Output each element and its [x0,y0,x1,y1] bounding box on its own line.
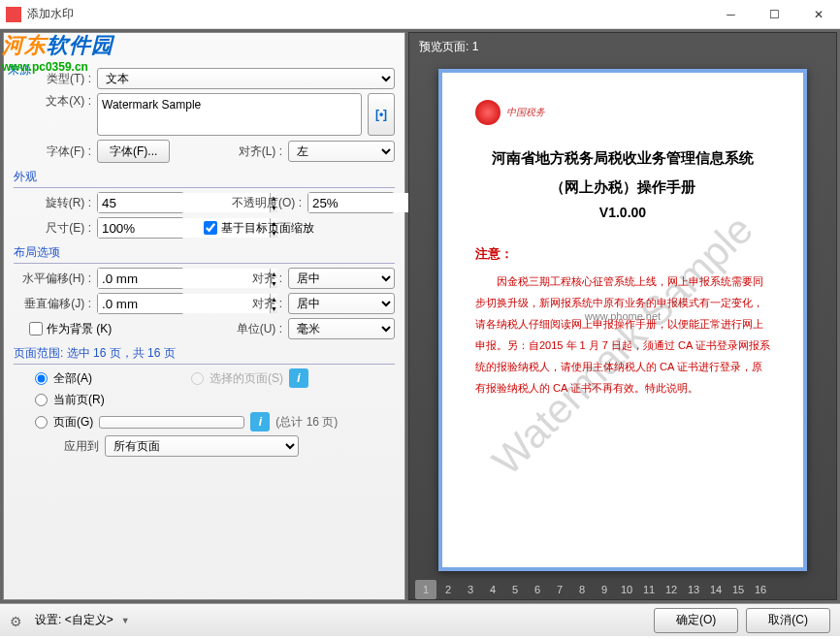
thumb-page[interactable]: 10 [616,580,637,599]
hoffset-label: 水平偏移(H) : [14,271,91,287]
font-label: 字体(F) : [14,144,91,160]
thumb-page[interactable]: 15 [727,580,749,599]
thumb-page[interactable]: 11 [638,580,660,599]
thumb-page[interactable]: 9 [594,580,615,599]
window-title: 添加水印 [27,6,709,22]
size-label: 尺寸(E) : [14,220,91,237]
pages-input[interactable] [99,416,244,429]
settings-preset[interactable]: 设置: <自定义> [35,612,113,628]
valign-select[interactable]: 居中 [288,293,395,314]
apply-to-label: 应用到 [52,438,99,455]
thumb-page[interactable]: 4 [482,580,503,599]
range-pages-radio[interactable] [35,416,48,429]
opacity-label: 不透明度(O) : [218,195,302,211]
thumb-page[interactable]: 13 [683,580,704,599]
settings-panel: 河东软件园 www.pc0359.cn 来源 类型(T) : 文本 文本(X) … [3,32,405,600]
title-bar: 添加水印 ─ ☐ ✕ [0,0,840,29]
insert-macro-button[interactable]: [•] [368,93,395,136]
halign-label: 对齐 : [243,271,282,287]
halign-select[interactable]: 居中 [288,268,395,289]
rotate-input[interactable]: ▲▼ [97,192,184,213]
document-preview: 中国税务 河南省地方税务局税收业务管理信息系统 （网上办税）操作手册 V1.0.… [409,61,836,579]
rotate-label: 旋转(R) : [14,195,91,211]
voffset-input[interactable]: ▲▼ [97,293,184,314]
footer-bar: ⚙ 设置: <自定义> ▼ 确定(O) 取消(C) [0,603,840,636]
info-icon[interactable]: i [289,368,308,388]
info-icon[interactable]: i [250,412,270,431]
hoffset-input[interactable]: ▲▼ [97,268,184,289]
cancel-button[interactable]: 取消(C) [746,608,830,633]
text-align-select[interactable]: 左 [288,141,395,162]
unit-select[interactable]: 毫米 [288,318,395,339]
apply-to-select[interactable]: 所有页面 [105,435,299,457]
text-align-label: 对齐(L) : [212,144,282,160]
app-icon [6,7,21,22]
preview-panel: 预览页面: 1 中国税务 河南省地方税务局税收业务管理信息系统 （网上办税）操作… [408,32,837,600]
page-range-header: 页面范围: 选中 16 页，共 16 页 [14,345,395,365]
thumb-page[interactable]: 2 [437,580,459,599]
thumb-page[interactable]: 8 [571,580,593,599]
page-thumbnails: 1 2 3 4 5 6 7 8 9 10 11 12 13 14 15 16 [409,579,836,599]
range-current-radio[interactable] [35,394,48,406]
gear-icon: ⚙ [10,614,23,627]
unit-label: 单位(U) : [230,321,282,337]
text-label: 文本(X) : [14,93,91,110]
range-all-radio[interactable] [35,372,48,385]
preview-header: 预览页面: 1 [409,33,836,61]
type-select[interactable]: 文本 [97,68,395,89]
watermark-text-input[interactable] [97,93,362,136]
thumb-page[interactable]: 6 [527,580,548,599]
thumb-page[interactable]: 7 [549,580,570,599]
minimize-button[interactable]: ─ [709,0,753,29]
close-button[interactable]: ✕ [796,0,840,29]
thumb-page[interactable]: 5 [504,580,526,599]
valign-label: 对齐 : [243,296,282,312]
size-input[interactable]: ▲▼ [97,217,184,239]
maximize-button[interactable]: ☐ [753,0,796,29]
thumb-page[interactable]: 12 [661,580,682,599]
layout-header: 布局选项 [14,244,395,264]
seal-icon [475,100,501,125]
chevron-down-icon[interactable]: ▼ [121,616,130,625]
opacity-input[interactable]: ▲▼ [307,192,395,213]
scale-to-page-checkbox[interactable]: 基于目标页面缩放 [204,220,314,237]
font-button[interactable]: 字体(F)... [97,140,170,163]
appearance-header: 外观 [14,169,395,188]
preview-page: 中国税务 河南省地方税务局税收业务管理信息系统 （网上办税）操作手册 V1.0.… [438,69,807,571]
content-area: 河东软件园 www.pc0359.cn 来源 类型(T) : 文本 文本(X) … [0,29,840,603]
thumb-page[interactable]: 1 [415,580,436,599]
as-background-checkbox[interactable]: 作为背景 (K) [29,321,112,337]
thumb-page[interactable]: 14 [705,580,727,599]
ok-button[interactable]: 确定(O) [654,608,738,633]
range-selected-radio [191,372,204,385]
voffset-label: 垂直偏移(J) : [14,296,91,312]
thumb-page[interactable]: 16 [750,580,771,599]
site-logo: 河东软件园 www.pc0359.cn [2,31,113,74]
site-overlay: www.phome.net [585,310,661,322]
thumb-page[interactable]: 3 [460,580,481,599]
